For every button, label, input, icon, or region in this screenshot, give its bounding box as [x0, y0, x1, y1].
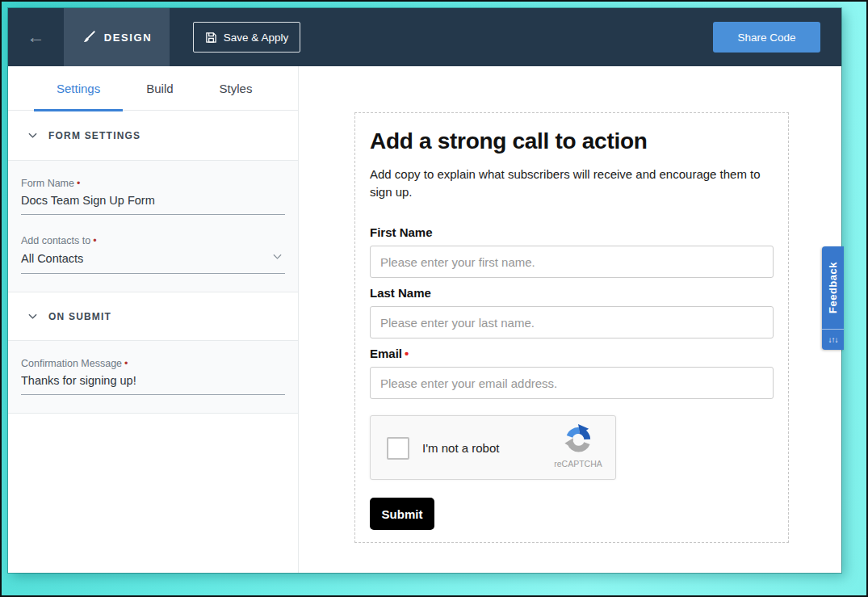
form-name-input[interactable]: [21, 190, 285, 215]
chevron-down-icon: [28, 132, 37, 139]
last-name-label: Last Name: [370, 286, 774, 300]
save-apply-button[interactable]: Save & Apply: [193, 22, 300, 53]
required-marker: •: [93, 235, 96, 246]
submit-label: Submit: [382, 507, 423, 521]
tab-build[interactable]: Build: [146, 82, 173, 95]
recaptcha-checkbox[interactable]: [387, 437, 409, 460]
save-icon: [205, 32, 217, 44]
chevron-down-icon: [273, 254, 282, 260]
on-submit-section-header[interactable]: ON SUBMIT: [8, 292, 298, 341]
preview-description: Add copy to explain what subscribers wil…: [370, 166, 774, 201]
required-marker: •: [77, 178, 80, 189]
sort-arrows-icon: ↓↑↓: [822, 329, 844, 350]
confirmation-message-label: Confirmation Message: [21, 358, 122, 369]
top-navbar: ← DESIGN Save & Apply Share Code: [8, 8, 841, 66]
required-marker: •: [124, 358, 128, 369]
back-arrow-icon: ←: [27, 27, 45, 48]
sidebar-tabs: Settings Build Styles: [8, 66, 298, 111]
recaptcha-widget: I'm not a robot reCAPTCHA: [370, 415, 616, 480]
share-code-label: Share Code: [737, 32, 795, 44]
add-contacts-dropdown[interactable]: All Contacts: [21, 247, 285, 274]
save-apply-label: Save & Apply: [224, 32, 288, 44]
feedback-label: Feedback: [822, 246, 844, 329]
chevron-down-icon: [28, 313, 37, 320]
first-name-group: First Name: [370, 225, 774, 278]
settings-sidebar: Settings Build Styles FORM SETTINGS Form…: [8, 66, 299, 573]
form-preview[interactable]: Add a strong call to action Add copy to …: [354, 112, 789, 543]
tab-design[interactable]: DESIGN: [64, 8, 170, 66]
on-submit-title: ON SUBMIT: [48, 311, 111, 322]
paintbrush-icon: [82, 30, 96, 44]
add-contacts-label: Add contacts to: [21, 235, 90, 246]
email-input[interactable]: [370, 367, 774, 399]
back-button[interactable]: ←: [8, 8, 64, 66]
form-name-label: Form Name: [21, 178, 74, 189]
last-name-input[interactable]: [370, 306, 774, 338]
form-settings-section-header[interactable]: FORM SETTINGS: [8, 111, 298, 161]
form-settings-title: FORM SETTINGS: [48, 130, 140, 141]
required-marker: •: [405, 347, 409, 360]
recaptcha-brand-label: reCAPTCHA: [547, 459, 609, 469]
add-contacts-value: All Contacts: [21, 252, 83, 265]
first-name-label: First Name: [370, 225, 774, 239]
confirmation-message-input[interactable]: [21, 370, 285, 395]
feedback-tab[interactable]: Feedback ↓↑↓: [822, 246, 844, 350]
tab-styles[interactable]: Styles: [220, 82, 253, 95]
screenshot-frame: ← DESIGN Save & Apply Share Code: [0, 0, 868, 597]
recaptcha-logo-block: reCAPTCHA: [547, 422, 609, 469]
add-contacts-group: Add contacts to• All Contacts: [21, 228, 285, 274]
design-tab-label: DESIGN: [104, 32, 152, 44]
active-tab-underline: [34, 109, 123, 111]
email-group: Email•: [370, 347, 774, 399]
confirmation-message-group: Confirmation Message•: [21, 351, 285, 395]
preview-heading: Add a strong call to action: [370, 128, 774, 155]
email-label: Email•: [370, 347, 774, 360]
share-code-button[interactable]: Share Code: [713, 22, 820, 53]
app-window: ← DESIGN Save & Apply Share Code: [8, 8, 841, 573]
on-submit-panel: Confirmation Message•: [8, 341, 298, 414]
last-name-group: Last Name: [370, 286, 774, 338]
submit-button[interactable]: Submit: [370, 498, 434, 530]
form-settings-panel: Form Name• Add contacts to• All Contacts: [8, 161, 298, 292]
recaptcha-logo-icon: [561, 422, 595, 456]
recaptcha-label: I'm not a robot: [422, 441, 499, 455]
form-name-group: Form Name•: [21, 170, 285, 215]
first-name-input[interactable]: [370, 246, 774, 278]
tab-settings[interactable]: Settings: [57, 82, 100, 95]
